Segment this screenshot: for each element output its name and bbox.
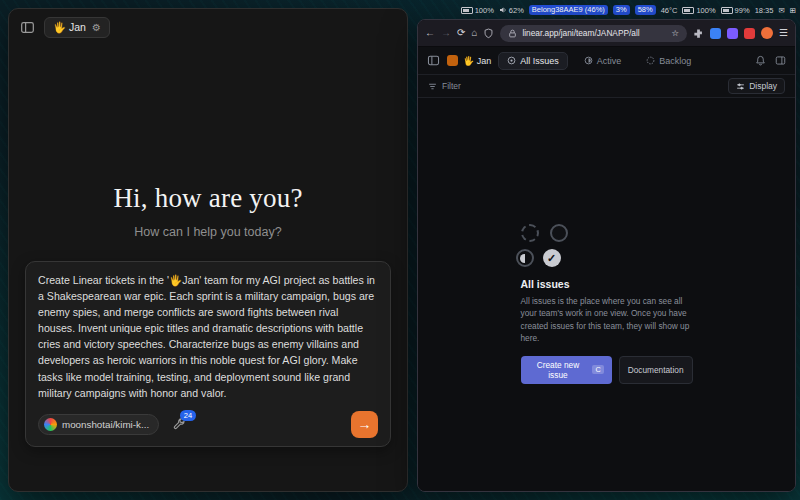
linear-content: ✓ All issues All issues is the place whe… <box>418 98 795 491</box>
tab-active-label: Active <box>597 56 622 66</box>
create-new-issue-button[interactable]: Create new issue C <box>521 356 612 384</box>
extension-icon-1[interactable] <box>710 28 721 39</box>
model-selector[interactable]: moonshotai/kimi-k... <box>38 414 159 435</box>
documentation-label: Documentation <box>628 365 684 375</box>
empty-state-title: All issues <box>521 278 693 290</box>
sidebar-toggle-icon[interactable] <box>20 20 35 35</box>
tools-count-badge: 24 <box>180 410 196 421</box>
volume-icon <box>499 6 507 14</box>
todo-circle-icon <box>550 224 568 242</box>
linear-sidebar-toggle-icon[interactable] <box>427 54 440 67</box>
tab-backlog[interactable]: Backlog <box>637 52 700 70</box>
gear-icon[interactable]: ⚙ <box>92 22 101 33</box>
create-new-issue-label: Create new issue <box>529 360 588 380</box>
send-button[interactable]: → <box>351 411 378 438</box>
send-arrow-icon: → <box>358 416 372 432</box>
statusbar-pill-mid: 58% <box>635 5 656 15</box>
empty-state-body: All issues is the place where you can se… <box>521 295 693 345</box>
lock-icon <box>508 29 517 38</box>
statusbar-battery-b: 100% <box>682 6 715 15</box>
team-switcher[interactable]: 🖐 Jan <box>447 55 491 66</box>
forward-button[interactable]: → <box>441 28 451 38</box>
battery-c-text: 99% <box>735 6 750 15</box>
statusbar-battery-c: 99% <box>721 6 750 15</box>
model-provider-icon <box>44 418 57 431</box>
back-button[interactable]: ← <box>425 28 435 38</box>
pill-small-text: 3% <box>616 5 627 14</box>
pill-mid-text: 58% <box>638 5 653 14</box>
display-sliders-icon <box>736 82 745 91</box>
filter-icon <box>428 82 437 91</box>
workspace-label: 🖐 Jan <box>53 21 86 34</box>
filter-bar: Filter Display <box>418 75 795 98</box>
menu-icon[interactable]: ☰ <box>779 28 788 38</box>
display-button[interactable]: Display <box>728 78 785 94</box>
system-status-bar: 100% 62% Belong38AAE9 (46%) 3% 58% 46°C … <box>417 3 796 17</box>
battery-icon <box>461 7 473 14</box>
filter-button[interactable]: Filter <box>428 81 461 91</box>
statusbar-battery-main: 100% <box>461 6 494 15</box>
battery-icon <box>721 7 733 14</box>
display-label: Display <box>749 81 777 91</box>
empty-state: ✓ All issues All issues is the place whe… <box>521 224 693 491</box>
jan-header: 🖐 Jan ⚙ <box>9 9 407 45</box>
grid-icon[interactable]: ⊞ <box>790 6 796 15</box>
filter-label: Filter <box>442 81 461 91</box>
backlog-status-icon <box>646 56 655 65</box>
chat-composer[interactable]: Create Linear tickets in the '🖐Jan' team… <box>25 261 391 447</box>
extensions-puzzle-icon[interactable] <box>693 28 704 39</box>
home-button[interactable]: ⌂ <box>471 28 477 38</box>
tab-all-issues[interactable]: All Issues <box>498 52 568 70</box>
battery-icon <box>682 7 694 14</box>
statusbar-pill-small: 3% <box>613 5 630 15</box>
workspace-selector[interactable]: 🖐 Jan ⚙ <box>44 17 110 38</box>
model-label: moonshotai/kimi-k... <box>62 419 149 430</box>
reload-button[interactable]: ⟳ <box>457 28 465 38</box>
layout-panel-icon[interactable] <box>775 55 786 66</box>
active-status-icon <box>584 56 593 65</box>
url-bar[interactable]: linear.app/jani/team/JANAPP/all ☆ <box>500 25 687 42</box>
browser-window: ← → ⟳ ⌂ linear.app/jani/team/JANAPP/all … <box>417 19 796 492</box>
team-avatar <box>447 55 458 66</box>
tab-active[interactable]: Active <box>575 52 631 70</box>
done-circle-icon: ✓ <box>543 249 561 267</box>
in-progress-circle-icon <box>516 249 534 267</box>
check-icon: ✓ <box>547 252 556 265</box>
documentation-button[interactable]: Documentation <box>619 356 693 384</box>
tools-button[interactable]: 24 <box>173 418 186 431</box>
shield-icon[interactable] <box>483 28 494 39</box>
team-label: 🖐 Jan <box>463 56 491 66</box>
greeting-title: Hi, how are you? <box>113 183 302 214</box>
empty-state-actions: Create new issue C Documentation <box>521 356 693 384</box>
battery-b-text: 100% <box>696 6 715 15</box>
jan-app-window: 🖐 Jan ⚙ Hi, how are you? How can I help … <box>8 8 408 492</box>
backlog-circle-icon <box>521 224 539 242</box>
browser-toolbar: ← → ⟳ ⌂ linear.app/jani/team/JANAPP/all … <box>418 20 795 47</box>
bookmark-star-icon[interactable]: ☆ <box>672 28 679 38</box>
greeting-subtitle: How can I help you today? <box>134 225 281 239</box>
statusbar-clock: 18:35 <box>755 6 774 15</box>
composer-toolbar: moonshotai/kimi-k... 24 → <box>38 411 378 438</box>
tab-all-issues-label: All Issues <box>520 56 559 66</box>
wifi-network-label: Belong38AAE9 (46%) <box>532 5 605 14</box>
url-text[interactable]: linear.app/jani/team/JANAPP/all <box>522 28 666 38</box>
statusbar-temp: 46°C <box>661 6 678 15</box>
profile-avatar[interactable] <box>761 27 773 39</box>
statusbar-wifi[interactable]: Belong38AAE9 (46%) <box>529 5 608 15</box>
extension-icon-2[interactable] <box>727 28 738 39</box>
volume-text: 62% <box>509 6 524 15</box>
prompt-input[interactable]: Create Linear tickets in the '🖐Jan' team… <box>38 272 378 401</box>
statusbar-volume: 62% <box>499 6 524 15</box>
all-issues-icon <box>507 56 516 65</box>
jan-main: Hi, how are you? How can I help you toda… <box>9 45 407 491</box>
linear-header-actions <box>755 55 786 66</box>
tab-backlog-label: Backlog <box>659 56 691 66</box>
notifications-bell-icon[interactable] <box>755 55 766 66</box>
battery-main-text: 100% <box>475 6 494 15</box>
mail-icon[interactable]: ✉ <box>778 6 784 15</box>
status-illustration: ✓ <box>521 224 693 267</box>
shortcut-key-badge: C <box>592 365 603 374</box>
linear-header: 🖐 Jan All Issues Active Backlog <box>418 47 795 75</box>
extension-icon-3[interactable] <box>744 28 755 39</box>
